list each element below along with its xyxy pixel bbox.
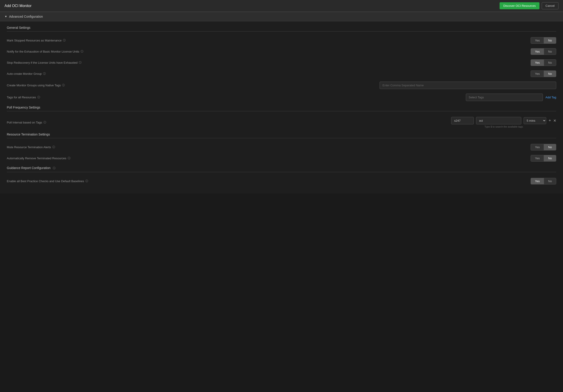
auto-remove-no-btn[interactable]: No <box>544 155 556 161</box>
collapse-arrow-icon: ▼ <box>4 15 7 18</box>
poll-hint: Type $ to search the available tags <box>485 125 523 128</box>
advanced-config-header[interactable]: ▼ Advanced Configuration <box>0 12 563 21</box>
mute-alerts-yes-no: Yes No <box>531 144 556 150</box>
mark-stopped-no-btn[interactable]: No <box>544 37 556 43</box>
enable-best-practice-no-btn[interactable]: No <box>544 178 556 184</box>
page-title: Add OCI Monitor <box>4 4 31 8</box>
poll-interval-control: 5 mins 10 mins 15 mins 30 mins + ✕ Type … <box>451 117 556 128</box>
guidance-report-section: Guidance Report Configuration ⓘ Enable a… <box>7 166 556 187</box>
auto-remove-row: Automatically Remove Terminated Resource… <box>7 153 556 164</box>
poll-add-button[interactable]: + <box>549 118 551 123</box>
notify-exhaustion-info-icon: ⓘ <box>81 50 83 53</box>
poll-interval-info-icon: ⓘ <box>43 120 46 124</box>
content-area: General Settings Mark Stopped Resources … <box>0 21 563 194</box>
tags-for-all-resources-row: Tags for all Resources ⓘ Add Tag <box>7 91 556 103</box>
notify-exhaustion-yes-no: Yes No <box>531 48 556 55</box>
auto-remove-info-icon: ⓘ <box>68 156 70 160</box>
stop-rediscovery-control: Yes No <box>531 59 556 66</box>
add-tag-button[interactable]: Add Tag <box>546 96 556 99</box>
advanced-config-label: Advanced Configuration <box>9 15 43 18</box>
notify-exhaustion-label: Notify for the Exhaustion of Basic Monit… <box>7 50 83 53</box>
general-settings-section: General Settings Mark Stopped Resources … <box>7 26 556 103</box>
mark-stopped-info-icon: ⓘ <box>63 39 66 42</box>
enable-best-practice-info-icon: ⓘ <box>85 179 88 183</box>
notify-exhaustion-no-btn[interactable]: No <box>544 49 556 55</box>
poll-inputs-row: 5 mins 10 mins 15 mins 30 mins + ✕ <box>451 117 556 124</box>
auto-create-info-icon: ⓘ <box>43 72 46 76</box>
auto-create-yes-btn[interactable]: Yes <box>531 71 544 77</box>
mark-stopped-control: Yes No <box>531 37 556 44</box>
notify-exhaustion-row: Notify for the Exhaustion of Basic Monit… <box>7 46 556 57</box>
create-monitor-groups-label: Create Monitor Groups using Native Tags … <box>7 83 65 87</box>
auto-create-row: Auto-create Monitor Group ⓘ Yes No <box>7 68 556 79</box>
poll-remove-button[interactable]: ✕ <box>553 118 556 123</box>
cancel-button[interactable]: Cancel <box>542 2 559 9</box>
tags-for-all-resources-label: Tags for all Resources ⓘ <box>7 95 40 99</box>
create-monitor-groups-info-icon: ⓘ <box>62 83 65 87</box>
stop-rediscovery-yes-btn[interactable]: Yes <box>531 60 544 66</box>
auto-create-no-btn[interactable]: No <box>544 71 556 77</box>
guidance-report-info-icon: ⓘ <box>53 167 55 170</box>
auto-remove-yes-no: Yes No <box>531 155 556 162</box>
enable-best-practice-control: Yes No <box>531 178 556 184</box>
stop-rediscovery-yes-no: Yes No <box>531 59 556 66</box>
mark-stopped-row: Mark Stopped Resources as Maintenance ⓘ … <box>7 35 556 46</box>
general-settings-title: General Settings <box>7 26 556 31</box>
poll-tag-value-input[interactable] <box>476 117 521 124</box>
stop-rediscovery-no-btn[interactable]: No <box>544 60 556 66</box>
poll-interval-select[interactable]: 5 mins 10 mins 15 mins 30 mins <box>524 117 546 124</box>
resource-termination-section: Resource Termination Settings Mute Resou… <box>7 132 556 164</box>
auto-remove-control: Yes No <box>531 155 556 162</box>
tags-for-all-info-icon: ⓘ <box>37 95 40 99</box>
create-monitor-groups-row: Create Monitor Groups using Native Tags … <box>7 79 556 91</box>
poll-frequency-title: Poll Frequency Settings <box>7 105 556 111</box>
auto-create-label: Auto-create Monitor Group ⓘ <box>7 72 46 76</box>
auto-create-control: Yes No <box>531 70 556 77</box>
stop-rediscovery-info-icon: ⓘ <box>79 61 81 65</box>
tags-for-all-resources-control: Add Tag <box>466 93 556 101</box>
auto-create-yes-no: Yes No <box>531 70 556 77</box>
mark-stopped-yes-no: Yes No <box>531 37 556 44</box>
poll-tag-key-input[interactable] <box>451 117 474 124</box>
enable-best-practice-row: Enable all Best Practice Checks and Use … <box>7 176 556 187</box>
mute-alerts-no-btn[interactable]: No <box>544 144 556 150</box>
mute-alerts-control: Yes No <box>531 144 556 150</box>
mark-stopped-yes-btn[interactable]: Yes <box>531 37 544 43</box>
auto-remove-label: Automatically Remove Terminated Resource… <box>7 156 70 160</box>
create-monitor-groups-control <box>380 82 556 89</box>
create-monitor-groups-input[interactable] <box>380 82 556 89</box>
enable-best-practice-label: Enable all Best Practice Checks and Use … <box>7 179 88 183</box>
stop-rediscovery-row: Stop Rediscovery if the License Units ha… <box>7 57 556 68</box>
resource-termination-title: Resource Termination Settings <box>7 132 556 138</box>
poll-interval-row: Poll Interval based on Tags ⓘ 5 mins 10 … <box>7 115 556 130</box>
enable-best-practice-yes-no: Yes No <box>531 178 556 184</box>
poll-interval-label: Poll Interval based on Tags ⓘ <box>7 120 46 124</box>
mute-alerts-row: Mute Resource Termination Alerts ⓘ Yes N… <box>7 142 556 153</box>
stop-rediscovery-label: Stop Rediscovery if the License Units ha… <box>7 61 81 65</box>
top-bar: Add OCI Monitor Discover OCI Resources C… <box>0 0 563 12</box>
discover-oci-resources-button[interactable]: Discover OCI Resources <box>499 2 539 9</box>
top-bar-actions: Discover OCI Resources Cancel <box>499 2 559 9</box>
enable-best-practice-yes-btn[interactable]: Yes <box>531 178 544 184</box>
poll-frequency-section: Poll Frequency Settings Poll Interval ba… <box>7 105 556 130</box>
auto-remove-yes-btn[interactable]: Yes <box>531 155 544 161</box>
mute-alerts-label: Mute Resource Termination Alerts ⓘ <box>7 145 55 149</box>
select-tags-input[interactable] <box>466 93 543 101</box>
mute-alerts-info-icon: ⓘ <box>52 145 55 149</box>
notify-exhaustion-control: Yes No <box>531 48 556 55</box>
mark-stopped-label: Mark Stopped Resources as Maintenance ⓘ <box>7 39 66 42</box>
notify-exhaustion-yes-btn[interactable]: Yes <box>531 49 544 55</box>
guidance-report-title: Guidance Report Configuration ⓘ <box>7 166 556 172</box>
mute-alerts-yes-btn[interactable]: Yes <box>531 144 544 150</box>
